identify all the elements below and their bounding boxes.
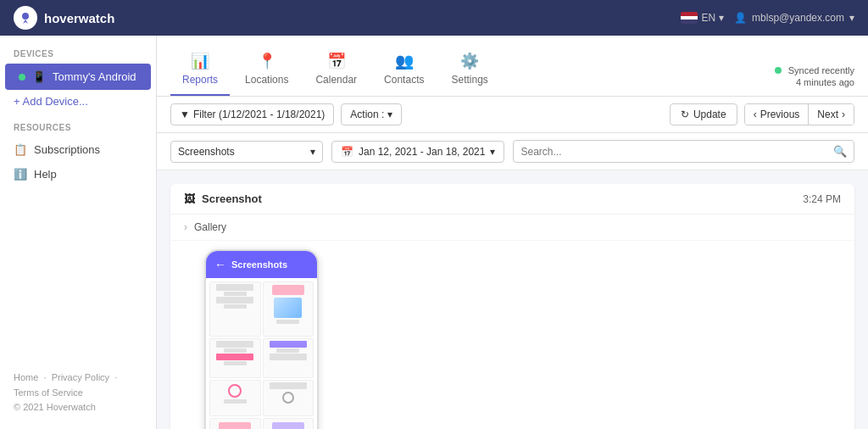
tab-calendar[interactable]: 📅 Calendar bbox=[303, 43, 369, 96]
previous-label: Previous bbox=[760, 109, 800, 120]
grid-bar-14 bbox=[270, 382, 307, 389]
phone-header: ← Screenshots bbox=[206, 251, 317, 278]
next-button[interactable]: Next › bbox=[809, 104, 854, 125]
grid-bar-13 bbox=[224, 399, 247, 404]
tab-calendar-label: Calendar bbox=[315, 74, 357, 86]
grid-card-1 bbox=[274, 298, 302, 318]
footer-home-link[interactable]: Home bbox=[14, 372, 38, 382]
chevron-right-icon: › bbox=[842, 109, 845, 120]
type-filter-label: Screenshots bbox=[178, 146, 235, 158]
next-label: Next bbox=[817, 109, 838, 120]
gallery-label: Gallery bbox=[194, 221, 226, 233]
add-device-label: + Add Device... bbox=[14, 95, 88, 108]
sidebar: DEVICES 📱 Tommy's Android + Add Device..… bbox=[0, 36, 157, 429]
action-label: Action : bbox=[350, 109, 384, 120]
grid-bar-6 bbox=[216, 341, 253, 348]
grid-bar-2 bbox=[224, 292, 247, 296]
devices-section-label: DEVICES bbox=[0, 49, 156, 64]
toolbar: ▼ Filter (1/12/2021 - 1/18/2021) Action … bbox=[157, 97, 868, 133]
tab-contacts-label: Contacts bbox=[384, 74, 424, 86]
settings-icon: ⚙️ bbox=[460, 52, 479, 70]
footer-terms-link[interactable]: Terms of Service bbox=[14, 387, 83, 398]
grid-bar-5 bbox=[276, 320, 299, 324]
brand-name: hoverwatch bbox=[44, 11, 114, 25]
screenshot-title-row: 🖼 Screenshot bbox=[184, 192, 262, 205]
grid-cell-1 bbox=[209, 281, 261, 337]
grid-cell-8 bbox=[263, 418, 314, 429]
gallery-row[interactable]: › Gallery bbox=[170, 214, 854, 241]
app-body: DEVICES 📱 Tommy's Android + Add Device..… bbox=[0, 36, 868, 429]
sidebar-item-help[interactable]: ℹ️ Help bbox=[0, 162, 156, 187]
calendar-date-icon: 📅 bbox=[341, 146, 353, 158]
locations-icon: 📍 bbox=[258, 52, 276, 70]
sync-status-label: Synced recently bbox=[788, 65, 854, 75]
filter-button[interactable]: ▼ Filter (1/12/2021 - 1/18/2021) bbox=[170, 103, 334, 125]
user-chevron-icon: ▾ bbox=[849, 12, 854, 24]
device-online-dot bbox=[19, 74, 25, 81]
tab-settings[interactable]: ⚙️ Settings bbox=[439, 43, 499, 96]
grid-bar-7 bbox=[224, 348, 247, 353]
chevron-left-icon: ‹ bbox=[754, 109, 757, 120]
filters-row: Screenshots ▾ 📅 Jan 12, 2021 - Jan 18, 2… bbox=[157, 133, 868, 170]
tabs-container: 📊 Reports 📍 Locations 📅 Calendar 👥 Conta… bbox=[170, 43, 500, 96]
search-box[interactable]: 🔍 bbox=[513, 140, 854, 163]
topbar: hoverwatch EN ▾ 👤 mblsp@yandex.com ▾ bbox=[0, 0, 868, 36]
grid-bar-8 bbox=[216, 354, 253, 360]
screenshot-entry: 🖼 Screenshot 3:24 PM › Gallery ← Screens… bbox=[170, 184, 854, 429]
type-filter-select[interactable]: Screenshots ▾ bbox=[170, 141, 323, 163]
flag-icon bbox=[681, 12, 698, 24]
phone-header-title: Screenshots bbox=[231, 259, 287, 270]
sync-time: 4 minutes ago bbox=[796, 77, 854, 87]
language-label: EN bbox=[701, 12, 715, 24]
calendar-icon: 📅 bbox=[327, 52, 346, 70]
grid-cell-6 bbox=[263, 380, 314, 417]
user-email: mblsp@yandex.com bbox=[752, 12, 844, 24]
copyright-text: © 2021 Hoverwatch bbox=[14, 400, 142, 415]
pagination-nav: ‹ Previous Next › bbox=[744, 103, 854, 125]
contacts-icon: 👥 bbox=[395, 52, 414, 70]
tab-reports-label: Reports bbox=[182, 74, 218, 86]
grid-card-3 bbox=[272, 422, 304, 429]
grid-cell-3 bbox=[209, 338, 261, 378]
date-range-picker[interactable]: 📅 Jan 12, 2021 - Jan 18, 2021 ▾ bbox=[331, 141, 504, 163]
screenshot-title-text: Screenshot bbox=[202, 192, 262, 205]
phone-mockup: ← Screenshots bbox=[204, 249, 319, 429]
screenshot-header: 🖼 Screenshot 3:24 PM bbox=[170, 184, 854, 214]
action-chevron-icon: ▾ bbox=[387, 109, 392, 120]
device-phone-icon: 📱 bbox=[32, 70, 46, 83]
refresh-icon: ↻ bbox=[681, 109, 689, 120]
update-label: Update bbox=[693, 109, 726, 120]
footer-privacy-link[interactable]: Privacy Policy bbox=[52, 372, 109, 382]
sidebar-item-subscriptions[interactable]: 📋 Subscriptions bbox=[0, 137, 156, 162]
add-device-button[interactable]: + Add Device... bbox=[0, 90, 156, 113]
tab-settings-label: Settings bbox=[451, 74, 487, 86]
device-name: Tommy's Android bbox=[53, 70, 136, 83]
main-content: 📊 Reports 📍 Locations 📅 Calendar 👥 Conta… bbox=[157, 36, 868, 429]
action-button[interactable]: Action : ▾ bbox=[341, 103, 402, 125]
language-selector[interactable]: EN ▾ bbox=[681, 12, 724, 24]
previous-button[interactable]: ‹ Previous bbox=[745, 104, 810, 125]
search-icon: 🔍 bbox=[833, 145, 847, 158]
screenshot-title-icon: 🖼 bbox=[184, 192, 195, 205]
topbar-left: hoverwatch bbox=[14, 6, 114, 30]
user-menu[interactable]: 👤 mblsp@yandex.com ▾ bbox=[734, 12, 854, 24]
grid-cell-2 bbox=[263, 281, 314, 337]
tabbar: 📊 Reports 📍 Locations 📅 Calendar 👥 Conta… bbox=[157, 36, 868, 97]
screenshot-time: 3:24 PM bbox=[803, 193, 841, 205]
logo-icon bbox=[14, 6, 37, 30]
tab-reports[interactable]: 📊 Reports bbox=[170, 43, 230, 96]
date-chevron-icon: ▾ bbox=[490, 146, 495, 158]
phone-screenshot-grid bbox=[206, 278, 317, 429]
tab-contacts[interactable]: 👥 Contacts bbox=[372, 43, 436, 96]
grid-cell-4 bbox=[263, 338, 314, 378]
help-icon: ℹ️ bbox=[14, 168, 27, 181]
search-input[interactable] bbox=[520, 146, 828, 158]
sidebar-item-device[interactable]: 📱 Tommy's Android bbox=[5, 64, 151, 90]
tab-locations[interactable]: 📍 Locations bbox=[233, 43, 300, 96]
phone-back-icon: ← bbox=[214, 258, 226, 271]
grid-bar-10 bbox=[270, 341, 307, 348]
update-button[interactable]: ↻ Update bbox=[670, 103, 737, 125]
screenshot-preview: ← Screenshots bbox=[170, 241, 854, 429]
grid-bar-11 bbox=[276, 348, 299, 353]
user-icon: 👤 bbox=[734, 12, 747, 24]
